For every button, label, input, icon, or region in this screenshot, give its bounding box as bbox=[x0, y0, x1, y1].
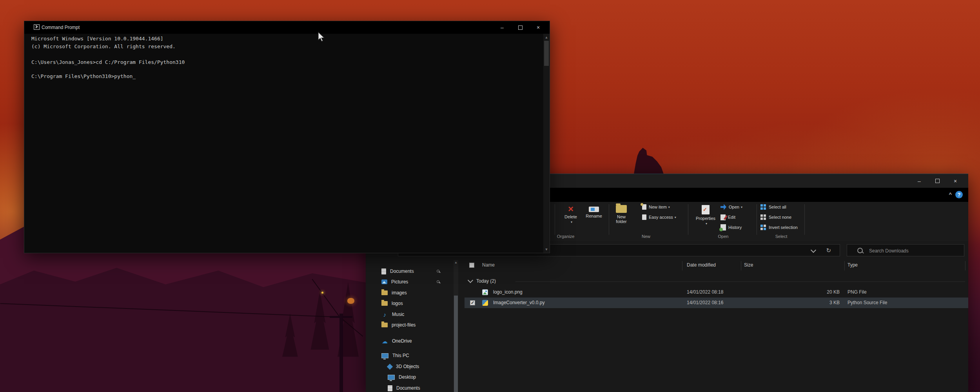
sidebar-item-desktop[interactable]: Desktop bbox=[366, 372, 452, 382]
maximize-button[interactable] bbox=[928, 174, 946, 188]
file-type: PNG File bbox=[848, 289, 867, 295]
cmd-line: (c) Microsoft Corporation. All rights re… bbox=[31, 44, 176, 49]
ribbon-separator bbox=[609, 204, 609, 235]
file-list: Name Date modified Size Type Today (2) bbox=[465, 260, 968, 392]
sidebar-item-3d-objects[interactable]: 3D Objects bbox=[366, 361, 452, 372]
column-header-date-modified[interactable]: Date modified bbox=[687, 262, 716, 268]
group-rule bbox=[515, 281, 965, 282]
edit-label: Edit bbox=[728, 215, 735, 220]
cmd-scrollbar[interactable]: ▲ ▼ bbox=[543, 34, 550, 253]
column-separator[interactable] bbox=[741, 261, 741, 270]
search-box[interactable] bbox=[847, 244, 964, 256]
cmd-scrollbar-thumb[interactable] bbox=[544, 41, 549, 66]
chevron-down-icon: ▾ bbox=[675, 216, 676, 219]
history-button[interactable]: History bbox=[720, 223, 742, 232]
address-dropdown-icon[interactable] bbox=[811, 247, 816, 253]
sidebar-item-label: OneDrive bbox=[392, 338, 412, 344]
cmd-line: C:\Users\Jonas_Jones>cd C:/Program Files… bbox=[31, 59, 185, 65]
rename-button[interactable]: Rename bbox=[584, 203, 604, 218]
open-button[interactable]: Open ▾ bbox=[720, 203, 742, 211]
cmd-titlebar[interactable]: Command Prompt – × bbox=[24, 21, 550, 34]
chevron-down-icon: ▾ bbox=[706, 222, 707, 225]
desktop-icon bbox=[388, 375, 395, 380]
invert-selection-button[interactable]: Invert selection bbox=[760, 223, 798, 232]
sidebar-item-label: 3D Objects bbox=[396, 364, 419, 369]
ribbon-group-label-open: Open bbox=[700, 234, 747, 239]
easy-access-label: Easy access bbox=[649, 215, 673, 220]
file-row-imageconverter-selected[interactable]: ✓ ImageConverter_v0.0.py 14/01/2022 08:1… bbox=[465, 298, 968, 308]
properties-button[interactable]: Properties ▾ bbox=[695, 203, 716, 225]
easy-access-button[interactable]: Easy access ▾ bbox=[642, 213, 676, 221]
sidebar-item-music[interactable]: ♪ Music bbox=[366, 309, 452, 319]
new-item-icon bbox=[642, 204, 646, 210]
ribbon-separator bbox=[804, 204, 805, 235]
column-header-name[interactable]: Name bbox=[482, 262, 495, 268]
distant-lantern bbox=[347, 298, 354, 304]
sidebar-item-logos[interactable]: logos bbox=[366, 298, 452, 309]
new-item-button[interactable]: New item ▾ bbox=[642, 203, 670, 211]
utility-pole bbox=[339, 314, 343, 392]
column-separator[interactable] bbox=[682, 261, 682, 270]
sidebar-item-label: Music bbox=[392, 312, 404, 317]
refresh-icon[interactable]: ↻ bbox=[826, 247, 831, 254]
sidebar-item-label: Pictures bbox=[391, 279, 408, 285]
cmd-prompt-text: C:\Program Files\Python310>python bbox=[31, 73, 132, 79]
minimize-button[interactable]: – bbox=[493, 21, 511, 34]
python-file-icon bbox=[482, 300, 488, 306]
select-none-icon bbox=[760, 214, 766, 220]
help-icon[interactable]: ? bbox=[955, 191, 963, 198]
scroll-up-icon[interactable]: ▲ bbox=[543, 35, 550, 39]
cmd-window-title: Command Prompt bbox=[42, 25, 80, 30]
document-icon bbox=[388, 385, 392, 391]
ribbon-group-label-select: Select bbox=[758, 234, 805, 239]
close-button[interactable]: × bbox=[946, 174, 964, 188]
scroll-up-icon[interactable]: ▲ bbox=[454, 261, 458, 264]
select-none-button[interactable]: Select none bbox=[760, 213, 791, 221]
group-header-today[interactable]: Today (2) bbox=[465, 276, 496, 286]
rename-label: Rename bbox=[586, 214, 602, 218]
maximize-button[interactable] bbox=[511, 21, 529, 34]
properties-icon bbox=[702, 205, 710, 214]
file-row-logo-icon[interactable]: logo_icon.png 14/01/2022 08:18 20 KB PNG… bbox=[465, 287, 968, 298]
edit-button[interactable]: Edit bbox=[720, 213, 735, 221]
sidebar-item-project-files[interactable]: project-files bbox=[366, 320, 452, 330]
pin-icon bbox=[436, 269, 440, 273]
delete-button[interactable]: × Delete ▾ bbox=[561, 203, 581, 224]
column-separator[interactable] bbox=[844, 261, 845, 270]
chevron-down-icon[interactable] bbox=[468, 278, 473, 283]
collapse-ribbon-icon[interactable]: ^ bbox=[949, 191, 952, 197]
column-header-size[interactable]: Size bbox=[744, 262, 753, 268]
utility-pole-crossarm bbox=[330, 316, 352, 318]
column-separator[interactable] bbox=[965, 261, 965, 270]
ribbon-separator bbox=[688, 204, 688, 235]
sidebar-item-images[interactable]: images bbox=[366, 288, 452, 298]
music-icon: ♪ bbox=[381, 312, 388, 318]
sidebar-item-onedrive[interactable]: ☁ OneDrive bbox=[366, 336, 452, 346]
file-date-modified: 14/01/2022 08:18 bbox=[687, 289, 723, 295]
select-none-label: Select none bbox=[769, 215, 791, 220]
this-pc-icon bbox=[381, 353, 388, 358]
image-file-icon bbox=[482, 289, 488, 295]
cmd-icon bbox=[34, 24, 40, 30]
sidebar-item-documents[interactable]: Documents bbox=[366, 266, 452, 276]
sidebar-item-documents-pc[interactable]: Documents bbox=[366, 383, 452, 392]
sidebar-item-label: project-files bbox=[392, 322, 416, 328]
row-checkbox-checked[interactable]: ✓ bbox=[470, 300, 475, 305]
sidebar-scrollbar[interactable]: ▲ bbox=[454, 260, 458, 392]
scroll-down-icon[interactable]: ▼ bbox=[543, 247, 550, 251]
sidebar-item-pictures[interactable]: Pictures bbox=[366, 277, 452, 287]
history-label: History bbox=[728, 225, 742, 230]
close-button[interactable]: × bbox=[529, 21, 547, 34]
sidebar-scrollbar-thumb[interactable] bbox=[454, 296, 458, 392]
picture-icon bbox=[381, 279, 387, 284]
onedrive-cloud-icon: ☁ bbox=[381, 338, 388, 344]
select-all-checkbox[interactable] bbox=[469, 263, 474, 268]
sidebar-item-this-pc[interactable]: This PC bbox=[366, 350, 452, 361]
minimize-button[interactable]: – bbox=[910, 174, 928, 188]
cmd-output[interactable]: Microsoft Windows [Version 10.0.19044.14… bbox=[24, 34, 550, 253]
search-input[interactable] bbox=[847, 245, 980, 257]
select-all-button[interactable]: Select all bbox=[760, 203, 786, 211]
new-folder-button[interactable]: New folder bbox=[611, 203, 632, 224]
folder-icon bbox=[381, 323, 388, 327]
column-header-type[interactable]: Type bbox=[848, 262, 858, 268]
